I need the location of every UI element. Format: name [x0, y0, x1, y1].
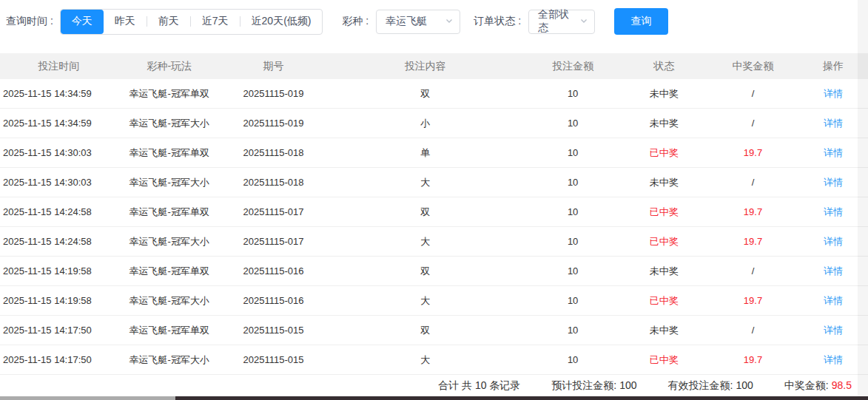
- horizontal-scrollbar[interactable]: [0, 396, 868, 400]
- cell-play: 幸运飞艇-冠军大小: [117, 117, 221, 130]
- cell-time: 2025-11-15 14:34:59: [0, 88, 117, 99]
- order-status-select[interactable]: 全部状态: [528, 10, 595, 34]
- detail-link[interactable]: 详情: [824, 147, 843, 158]
- cell-issue: 20251115-018: [221, 177, 326, 188]
- cell-amount: 10: [525, 295, 621, 306]
- cell-content: 小: [326, 117, 525, 130]
- cell-amount: 10: [525, 236, 621, 247]
- cell-win: 19.7: [707, 354, 798, 365]
- detail-link[interactable]: 详情: [824, 265, 843, 277]
- time-option-last-7-days[interactable]: 近7天: [191, 10, 240, 34]
- cell-amount: 10: [525, 325, 621, 336]
- bet-records-table: 投注时间 彩种-玩法 期号 投注内容 投注金额 状态 中奖金额 操作 2025-…: [0, 53, 868, 375]
- summary-valid: 有效投注金额:100: [668, 379, 753, 393]
- cell-status: 已中奖: [621, 235, 707, 248]
- cell-status: 未中奖: [621, 117, 707, 130]
- cell-content: 单: [326, 146, 525, 160]
- horizontal-scrollbar-thumb[interactable]: [0, 396, 175, 400]
- cell-issue: 20251115-019: [221, 88, 326, 99]
- detail-link[interactable]: 详情: [824, 88, 843, 99]
- cell-amount: 10: [525, 118, 621, 129]
- header-status: 状态: [621, 60, 707, 73]
- cell-amount: 10: [525, 88, 621, 99]
- detail-link[interactable]: 详情: [824, 118, 843, 129]
- cell-win: /: [707, 88, 798, 99]
- order-history-page: 查询时间 : 今天 昨天 前天 近7天 近20天(低频) 彩种 : 幸运飞艇 订…: [0, 0, 868, 400]
- cell-status: 已中奖: [621, 353, 707, 367]
- lottery-type-value: 幸运飞艇: [386, 15, 427, 28]
- cell-play: 幸运飞艇-冠军大小: [117, 294, 221, 308]
- query-button[interactable]: 查询: [614, 8, 668, 35]
- cell-win: /: [707, 177, 798, 188]
- table-row: 2025-11-15 14:34:59 幸运飞艇-冠军大小 20251115-0…: [0, 109, 868, 138]
- cell-issue: 20251115-016: [221, 265, 326, 277]
- detail-link[interactable]: 详情: [824, 325, 843, 336]
- vertical-scrollbar[interactable]: [858, 0, 868, 396]
- chevron-down-icon: [445, 15, 454, 28]
- table-row: 2025-11-15 14:24:58 幸运飞艇-冠军单双 20251115-0…: [0, 197, 868, 227]
- cell-play: 幸运飞艇-冠军单双: [117, 146, 221, 160]
- cell-time: 2025-11-15 14:30:03: [0, 177, 117, 188]
- time-option-last-20-days[interactable]: 近20天(低频): [240, 10, 323, 34]
- lottery-type-label: 彩种 :: [342, 15, 369, 28]
- detail-link[interactable]: 详情: [824, 206, 843, 217]
- table-row: 2025-11-15 14:17:50 幸运飞艇-冠军单双 20251115-0…: [0, 316, 868, 345]
- cell-win: /: [707, 325, 798, 336]
- time-option-today[interactable]: 今天: [61, 10, 104, 34]
- cell-content: 双: [326, 206, 525, 219]
- cell-status: 未中奖: [621, 87, 707, 101]
- table-row: 2025-11-15 14:24:58 幸运飞艇-冠军大小 20251115-0…: [0, 227, 868, 257]
- cell-play: 幸运飞艇-冠军大小: [117, 176, 221, 189]
- detail-link[interactable]: 详情: [824, 354, 843, 365]
- cell-win: 19.7: [707, 147, 798, 158]
- time-option-yesterday[interactable]: 昨天: [104, 10, 147, 34]
- cell-time: 2025-11-15 14:19:58: [0, 265, 117, 277]
- table-header-row: 投注时间 彩种-玩法 期号 投注内容 投注金额 状态 中奖金额 操作: [0, 53, 868, 79]
- cell-content: 双: [326, 324, 525, 337]
- header-lottery-play: 彩种-玩法: [117, 60, 221, 73]
- detail-link[interactable]: 详情: [824, 177, 843, 188]
- table-row: 2025-11-15 14:19:58 幸运飞艇-冠军单双 20251115-0…: [0, 257, 868, 286]
- header-issue: 期号: [221, 60, 326, 73]
- cell-issue: 20251115-017: [221, 206, 326, 217]
- cell-win: 19.7: [707, 206, 798, 217]
- cell-content: 大: [326, 353, 525, 367]
- cell-play: 幸运飞艇-冠军大小: [117, 353, 221, 367]
- cell-content: 大: [326, 294, 525, 308]
- cell-amount: 10: [525, 265, 621, 277]
- cell-issue: 20251115-016: [221, 295, 326, 306]
- cell-win: 19.7: [707, 295, 798, 306]
- lottery-type-select[interactable]: 幸运飞艇: [376, 10, 460, 34]
- header-win-amount: 中奖金额: [707, 60, 798, 73]
- order-status-label: 订单状态 :: [474, 15, 521, 28]
- header-bet-amount: 投注金额: [525, 60, 621, 73]
- summary-win-value: 98.5: [832, 379, 852, 391]
- detail-link[interactable]: 详情: [824, 236, 843, 247]
- summary-bar: 合计 共 10 条记录 预计投注金额:100 有效投注金额:100 中奖金额:9…: [0, 375, 868, 396]
- cell-amount: 10: [525, 354, 621, 365]
- cell-content: 大: [326, 176, 525, 189]
- cell-status: 未中奖: [621, 176, 707, 189]
- cell-play: 幸运飞艇-冠军单双: [117, 206, 221, 219]
- order-status-value: 全部状态: [538, 8, 575, 35]
- time-option-day-before[interactable]: 前天: [147, 10, 190, 34]
- cell-issue: 20251115-015: [221, 354, 326, 365]
- cell-content: 双: [326, 265, 525, 278]
- table-row: 2025-11-15 14:19:58 幸运飞艇-冠军大小 20251115-0…: [0, 286, 868, 316]
- cell-play: 幸运飞艇-冠军大小: [117, 235, 221, 248]
- detail-link[interactable]: 详情: [824, 295, 843, 306]
- table-row: 2025-11-15 14:34:59 幸运飞艇-冠军单双 20251115-0…: [0, 79, 868, 109]
- summary-total: 合计 共 10 条记录: [438, 379, 520, 393]
- cell-time: 2025-11-15 14:30:03: [0, 147, 117, 158]
- cell-time: 2025-11-15 14:19:58: [0, 295, 117, 306]
- filter-toolbar: 查询时间 : 今天 昨天 前天 近7天 近20天(低频) 彩种 : 幸运飞艇 订…: [0, 0, 868, 53]
- cell-content: 双: [326, 87, 525, 101]
- cell-play: 幸运飞艇-冠军单双: [117, 324, 221, 337]
- cell-status: 已中奖: [621, 206, 707, 219]
- chevron-down-icon: [579, 15, 588, 28]
- time-range-button-group: 今天 昨天 前天 近7天 近20天(低频): [60, 9, 323, 35]
- table-row: 2025-11-15 14:17:50 幸运飞艇-冠军大小 20251115-0…: [0, 345, 868, 375]
- cell-time: 2025-11-15 14:34:59: [0, 118, 117, 129]
- cell-status: 未中奖: [621, 324, 707, 337]
- cell-win: /: [707, 265, 798, 277]
